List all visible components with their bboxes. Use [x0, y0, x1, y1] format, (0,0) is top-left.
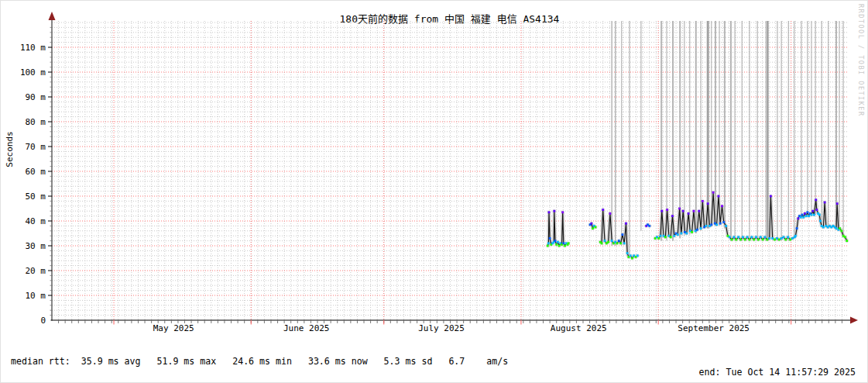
chart-legend: median rtt: 35.9 ms avg 51.9 ms max 24.6…	[11, 334, 508, 383]
svg-text:August 2025: August 2025	[551, 323, 607, 333]
svg-text:10 m: 10 m	[26, 291, 46, 301]
svg-text:June 2025: June 2025	[283, 323, 330, 333]
end-timestamp: end: Tue Oct 14 11:57:29 2025	[699, 367, 856, 378]
svg-text:80 m: 80 m	[26, 117, 46, 127]
svg-text:60 m: 60 m	[26, 167, 46, 177]
svg-text:70 m: 70 m	[26, 142, 46, 152]
svg-text:July 2025: July 2025	[418, 323, 465, 333]
svg-text:50 m: 50 m	[26, 192, 46, 202]
latency-chart: 010 m20 m30 m40 m50 m60 m70 m80 m90 m100…	[1, 1, 868, 333]
y-tick-labels: 010 m20 m30 m40 m50 m60 m70 m80 m90 m100…	[20, 43, 46, 326]
svg-text:September 2025: September 2025	[678, 323, 750, 333]
svg-text:40 m: 40 m	[26, 216, 46, 226]
axes	[49, 12, 859, 324]
svg-text:20 m: 20 m	[26, 266, 46, 276]
svg-text:30 m: 30 m	[26, 241, 46, 251]
svg-text:90 m: 90 m	[26, 92, 46, 102]
rrdtool-smokeping-graph: 180天前的数据 from 中国 福建 电信 AS4134 Seconds RR…	[0, 0, 868, 383]
svg-text:110 m: 110 m	[20, 43, 46, 53]
svg-text:100 m: 100 m	[20, 67, 46, 78]
svg-text:0: 0	[40, 316, 46, 326]
median-rtt-stats: median rtt: 35.9 ms avg 51.9 ms max 24.6…	[11, 356, 508, 367]
grid-minor	[52, 21, 849, 320]
svg-text:May 2025: May 2025	[153, 323, 194, 333]
x-tick-labels: May 2025June 2025July 2025August 2025Sep…	[153, 323, 750, 333]
